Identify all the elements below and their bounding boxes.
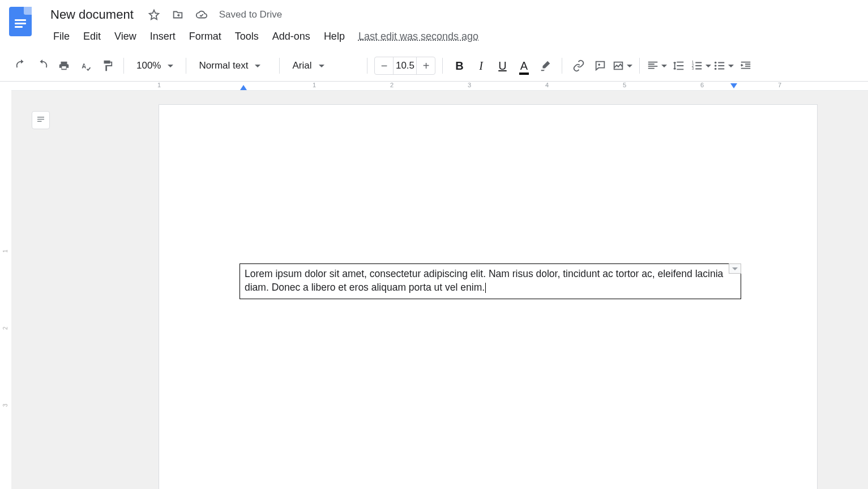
document-title-input[interactable]: New document [48,6,136,24]
last-edit-link[interactable]: Last edit was seconds ago [353,28,484,45]
menu-help[interactable]: Help [318,28,350,45]
print-button[interactable] [54,56,74,75]
docs-logo-icon[interactable] [9,7,32,36]
ruler-number: 1 [313,82,316,88]
chevron-down-icon [255,65,260,67]
ruler-number: 4 [545,82,549,88]
svg-text:3: 3 [692,66,694,70]
ruler-number: 5 [623,82,626,88]
bulleted-list-button[interactable] [713,56,734,75]
vertical-ruler: 123 [0,82,11,489]
menu-file[interactable]: File [48,28,75,45]
textbox-options-button[interactable] [729,263,741,274]
svg-point-5 [715,68,717,70]
chevron-down-icon [627,65,632,67]
save-status-text: Saved to Drive [219,9,283,20]
italic-button[interactable]: I [471,56,490,75]
toolbar: 100% Normal text Arial − + B I U A 123 [0,50,868,82]
bold-button[interactable]: B [450,56,469,75]
font-family-value: Arial [292,60,311,71]
text-box[interactable]: Lorem ipsum dolor sit amet, consectetur … [240,263,741,299]
menu-bar: File Edit View Insert Format Tools Add-o… [48,28,484,45]
ruler-number: 2 [2,326,8,330]
font-size-control: − + [374,57,435,75]
star-icon[interactable] [148,8,160,21]
insert-comment-button[interactable] [591,56,610,75]
chevron-down-icon [728,65,734,67]
zoom-dropdown[interactable]: 100% [131,56,179,75]
chevron-down-icon [705,65,711,67]
numbered-list-button[interactable]: 123 [691,56,711,75]
undo-button[interactable] [11,56,31,75]
text-cursor [485,283,486,293]
ruler-number: 2 [390,82,394,88]
svg-point-4 [715,65,717,67]
svg-point-3 [715,62,717,64]
font-size-increase-button[interactable]: + [417,57,435,74]
menu-edit[interactable]: Edit [78,28,106,45]
ruler-number: 7 [778,82,781,88]
ruler-number: 1 [157,82,161,88]
document-canvas[interactable]: Lorem ipsum dolor sit amet, consectetur … [11,91,868,489]
menu-addons[interactable]: Add-ons [267,28,316,45]
ruler-number: 3 [468,82,471,88]
align-button[interactable] [647,56,667,75]
horizontal-ruler: 11234567 [11,82,868,91]
workspace: 123 11234567 Lorem ipsum dolor sit amet,… [0,82,868,489]
highlight-color-button[interactable] [536,56,555,75]
cloud-saved-icon[interactable] [195,8,208,21]
spellcheck-button[interactable] [76,56,95,75]
right-indent-marker[interactable] [730,83,737,88]
decrease-indent-button[interactable] [736,56,755,75]
zoom-value: 100% [136,60,161,71]
font-family-dropdown[interactable]: Arial [287,56,360,75]
document-page[interactable]: Lorem ipsum dolor sit amet, consectetur … [159,104,818,489]
underline-button[interactable]: U [493,56,512,75]
ruler-number: 1 [2,249,8,253]
chevron-down-icon [319,65,324,67]
chevron-down-icon [661,65,667,67]
paragraph-style-value: Normal text [199,60,248,71]
font-size-decrease-button[interactable]: − [375,57,393,74]
text-color-button[interactable]: A [514,56,533,75]
app-header: New document Saved to Drive File Edit Vi… [0,0,868,50]
insert-image-button[interactable] [612,56,632,75]
ruler-number: 3 [2,403,8,407]
line-spacing-button[interactable] [669,56,689,75]
menu-tools[interactable]: Tools [229,28,264,45]
menu-view[interactable]: View [109,28,142,45]
font-size-input[interactable] [393,57,417,74]
menu-insert[interactable]: Insert [144,28,181,45]
chevron-down-icon [168,65,173,67]
paint-format-button[interactable] [97,56,117,75]
redo-button[interactable] [33,56,52,75]
paragraph-style-dropdown[interactable]: Normal text [193,56,272,75]
left-indent-marker[interactable] [240,85,247,90]
insert-link-button[interactable] [569,56,588,75]
document-outline-button[interactable] [32,111,50,129]
move-folder-icon[interactable] [172,8,184,21]
ruler-number: 6 [700,82,704,88]
menu-format[interactable]: Format [183,28,227,45]
textbox-content[interactable]: Lorem ipsum dolor sit amet, consectetur … [245,268,723,293]
